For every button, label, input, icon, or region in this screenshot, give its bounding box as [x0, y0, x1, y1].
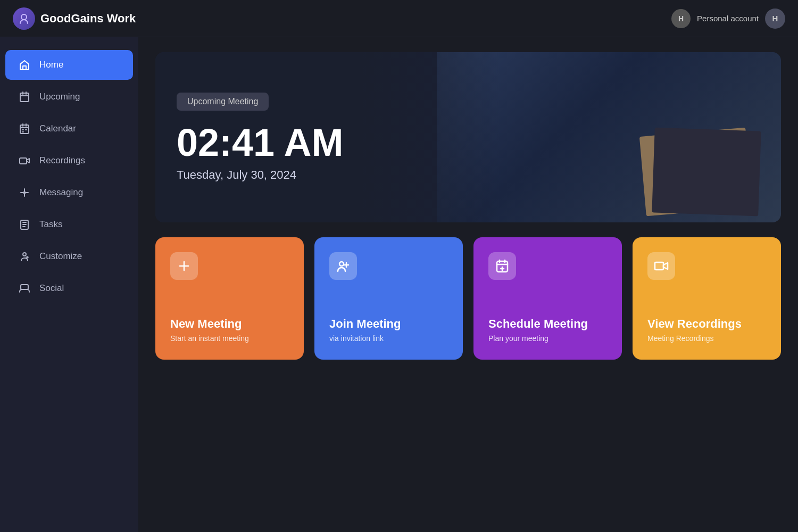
- current-date: Tuesday, July 30, 2024: [177, 168, 478, 182]
- svg-rect-9: [21, 285, 28, 289]
- new-meeting-icon-wrapper: [170, 252, 198, 280]
- messaging-icon: [18, 186, 31, 199]
- svg-rect-2: [20, 125, 29, 134]
- main-content: Upcoming Meeting 02:41 AM Tuesday, July …: [138, 37, 798, 532]
- header-right: H Personal account H: [671, 9, 785, 29]
- user-avatar[interactable]: H: [765, 9, 785, 29]
- recordings-icon: [18, 154, 31, 167]
- new-meeting-subtitle: Start an instant meeting: [170, 334, 289, 343]
- sidebar-item-messaging[interactable]: Messaging: [5, 178, 133, 207]
- sidebar-item-customize[interactable]: Customize: [5, 242, 133, 271]
- calendar-add-icon: [495, 259, 510, 273]
- action-cards: New Meeting Start an instant meeting Joi…: [155, 237, 781, 360]
- new-meeting-title: New Meeting: [170, 317, 289, 331]
- app-title: GoodGains Work: [40, 12, 136, 26]
- hero-banner: Upcoming Meeting 02:41 AM Tuesday, July …: [155, 52, 781, 222]
- person-add-icon: [336, 259, 351, 273]
- upcoming-icon: [18, 90, 31, 103]
- sidebar-item-home[interactable]: Home: [5, 50, 133, 80]
- header: GoodGains Work H Personal account H: [0, 0, 798, 37]
- sidebar-label-calendar: Calendar: [39, 123, 76, 134]
- svg-point-8: [23, 253, 26, 256]
- sidebar-label-customize: Customize: [39, 251, 82, 262]
- sidebar-item-recordings[interactable]: Recordings: [5, 146, 133, 176]
- new-meeting-card[interactable]: New Meeting Start an instant meeting: [155, 237, 304, 360]
- customize-icon: [18, 250, 31, 263]
- svg-rect-18: [655, 262, 663, 270]
- sidebar-label-upcoming: Upcoming: [39, 92, 80, 102]
- calendar-icon: [18, 122, 31, 135]
- app-logo: [13, 7, 35, 30]
- sidebar-item-social[interactable]: Social: [5, 273, 133, 303]
- header-left: GoodGains Work: [13, 7, 136, 30]
- account-label: Personal account: [697, 14, 759, 23]
- schedule-meeting-title: Schedule Meeting: [488, 317, 607, 331]
- svg-rect-1: [20, 93, 29, 102]
- sidebar-label-social: Social: [39, 283, 64, 294]
- join-meeting-title: Join Meeting: [329, 317, 448, 331]
- view-recordings-title: View Recordings: [647, 317, 766, 331]
- sidebar-item-calendar[interactable]: Calendar: [5, 114, 133, 144]
- schedule-meeting-subtitle: Plan your meeting: [488, 334, 607, 343]
- sidebar-label-home: Home: [39, 60, 63, 70]
- home-icon: [18, 59, 31, 71]
- sidebar-label-recordings: Recordings: [39, 155, 85, 166]
- join-meeting-card[interactable]: Join Meeting via invitation link: [314, 237, 463, 360]
- main-layout: Home Upcoming Calendar: [0, 37, 798, 532]
- current-time: 02:41 AM: [177, 123, 478, 162]
- join-meeting-subtitle: via invitation link: [329, 334, 448, 343]
- sidebar-item-tasks[interactable]: Tasks: [5, 210, 133, 239]
- svg-rect-3: [20, 158, 27, 164]
- svg-point-12: [339, 262, 344, 266]
- schedule-meeting-icon-wrapper: [488, 252, 516, 280]
- account-icon: H: [671, 9, 691, 28]
- sidebar-label-tasks: Tasks: [39, 219, 62, 230]
- schedule-meeting-card[interactable]: Schedule Meeting Plan your meeting: [473, 237, 622, 360]
- svg-point-0: [21, 14, 27, 20]
- hero-content: Upcoming Meeting 02:41 AM Tuesday, July …: [155, 52, 500, 222]
- sidebar-item-upcoming[interactable]: Upcoming: [5, 82, 133, 112]
- join-meeting-icon-wrapper: [329, 252, 357, 280]
- tasks-icon: [18, 218, 31, 231]
- view-recordings-subtitle: Meeting Recordings: [647, 334, 766, 343]
- sidebar-label-messaging: Messaging: [39, 187, 83, 198]
- video-icon: [654, 259, 669, 273]
- view-recordings-icon-wrapper: [647, 252, 675, 280]
- view-recordings-card[interactable]: View Recordings Meeting Recordings: [633, 237, 781, 360]
- sidebar: Home Upcoming Calendar: [0, 37, 138, 532]
- social-icon: [18, 282, 31, 295]
- upcoming-meeting-badge: Upcoming Meeting: [177, 93, 269, 111]
- plus-icon: [177, 259, 192, 273]
